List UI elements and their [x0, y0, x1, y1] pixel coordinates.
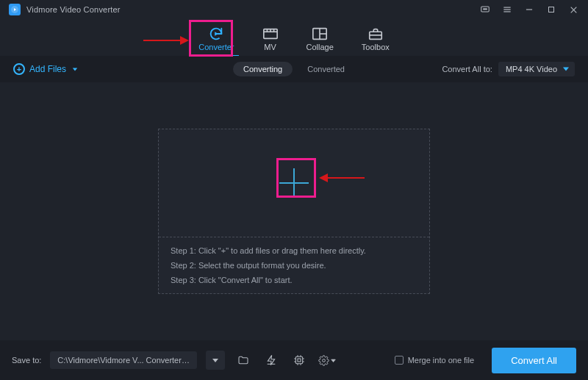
svg-marker-24 [73, 68, 77, 71]
app-logo-icon [9, 4, 21, 15]
output-format-dropdown[interactable]: MP4 4K Video [498, 62, 575, 76]
app-title: Vidmore Video Converter [26, 5, 121, 14]
svg-marker-13 [215, 32, 219, 36]
add-files-label: Add Files [29, 64, 66, 74]
tab-label: Converter [198, 43, 234, 51]
mv-icon [262, 26, 279, 41]
step-1: Step 1: Click "+" to add files or drag t… [171, 246, 417, 255]
tab-mv[interactable]: MV [262, 26, 279, 56]
settings-gear-icon[interactable] [318, 351, 337, 370]
titlebar: Vidmore Video Converter [0, 0, 588, 19]
hardware-accel-icon[interactable] [262, 351, 281, 370]
svg-point-5 [486, 9, 487, 10]
main-tabs: Converter MV Collage Toolbox [0, 19, 588, 56]
tab-collage[interactable]: Collage [306, 26, 334, 56]
merge-checkbox[interactable]: Merge into one file [395, 356, 475, 365]
svg-rect-28 [298, 359, 301, 362]
status-tabs: Converting Converted [233, 62, 355, 76]
save-path-field[interactable]: C:\Vidmore\Vidmore V... Converter\Conver… [50, 351, 197, 369]
menu-icon[interactable] [501, 4, 513, 15]
merge-label: Merge into one file [408, 356, 475, 365]
collage-icon [312, 26, 328, 41]
convert-all-button[interactable]: Convert All [492, 348, 576, 373]
tab-label: MV [264, 43, 276, 51]
close-button[interactable] [567, 4, 579, 15]
tab-label: Collage [306, 43, 334, 51]
toolbar: + Add Files Converting Converted Convert… [0, 56, 588, 82]
svg-point-3 [484, 9, 484, 10]
tab-converter[interactable]: Converter [198, 26, 234, 56]
save-path-dropdown[interactable] [206, 351, 225, 370]
open-folder-icon[interactable] [234, 351, 253, 370]
status-converting[interactable]: Converting [233, 62, 293, 76]
high-speed-icon[interactable] [290, 351, 309, 370]
add-files-button[interactable]: + Add Files [13, 63, 78, 75]
step-2: Step 2: Select the output format you des… [171, 261, 417, 270]
dropzone-steps: Step 1: Click "+" to add files or drag t… [159, 237, 429, 293]
convert-all-to: Convert All to: MP4 4K Video [442, 62, 575, 76]
svg-rect-27 [296, 356, 303, 363]
window-controls [479, 4, 579, 15]
converter-icon [208, 26, 224, 41]
feedback-icon[interactable] [479, 4, 491, 15]
maximize-button[interactable] [545, 4, 557, 15]
convert-all-to-label: Convert All to: [442, 65, 492, 74]
svg-marker-25 [268, 355, 275, 365]
step-3: Step 3: Click "Convert All" to start. [171, 276, 417, 284]
add-files-plus-icon[interactable] [279, 168, 309, 198]
svg-point-37 [323, 359, 326, 362]
bottom-bar: Save to: C:\Vidmore\Vidmore V... Convert… [0, 340, 588, 380]
status-converted[interactable]: Converted [297, 62, 355, 76]
dropzone-top [159, 129, 429, 237]
tab-label: Toolbox [362, 43, 390, 51]
checkbox-icon [395, 356, 404, 365]
minimize-button[interactable] [523, 4, 535, 15]
app-window: Vidmore Video Converter Convert [0, 0, 588, 380]
toolbox-icon [368, 26, 384, 41]
svg-rect-10 [549, 7, 554, 12]
chevron-down-icon [72, 66, 78, 72]
plus-circle-icon: + [13, 63, 25, 75]
svg-marker-38 [331, 359, 336, 362]
save-to-label: Save to: [12, 356, 41, 365]
tab-toolbox[interactable]: Toolbox [362, 26, 390, 56]
svg-point-4 [484, 9, 485, 10]
dropzone[interactable]: Step 1: Click "+" to add files or drag t… [158, 129, 430, 294]
main-area: Step 1: Click "+" to add files or drag t… [0, 82, 588, 340]
